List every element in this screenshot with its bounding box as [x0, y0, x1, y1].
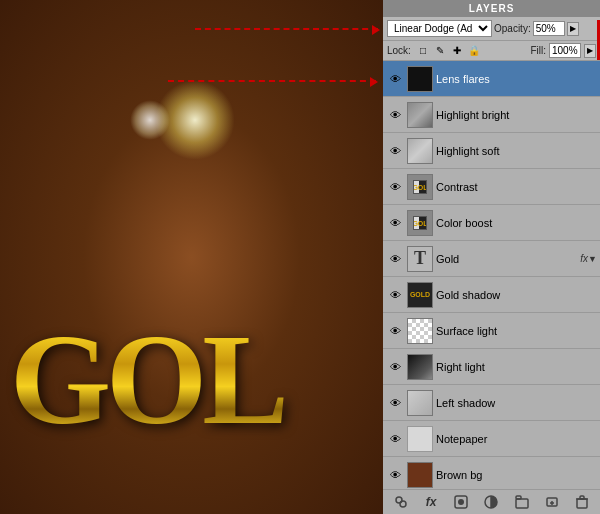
layer-thumbnail — [407, 390, 433, 416]
layer-item[interactable]: 👁 T Gold fx ▼ — [383, 241, 600, 277]
layer-thumbnail — [407, 138, 433, 164]
eye-icon[interactable]: 👁 — [386, 142, 404, 160]
arrow-line-1 — [195, 28, 378, 30]
layer-name: Surface light — [436, 325, 597, 337]
layer-item[interactable]: 👁 Lens flares — [383, 61, 600, 97]
layers-panel: LAYERS Linear Dodge (Add) Opacity: ▶ Loc… — [383, 0, 600, 514]
layer-item[interactable]: 👁 GOLD Contrast — [383, 169, 600, 205]
canvas-area: GOL — [0, 0, 383, 514]
eye-icon[interactable]: 👁 — [386, 358, 404, 376]
layer-name: Contrast — [436, 181, 597, 193]
layer-thumbnail — [407, 318, 433, 344]
layer-thumbnail — [407, 462, 433, 488]
layer-name: Highlight bright — [436, 109, 597, 121]
arrow-head-2 — [370, 77, 378, 87]
layer-item[interactable]: 👁 Notepaper — [383, 421, 600, 457]
eye-icon[interactable]: 👁 — [386, 394, 404, 412]
delete-layer-button[interactable] — [572, 493, 592, 511]
opacity-input[interactable] — [533, 21, 565, 36]
layer-name: Brown bg — [436, 469, 597, 481]
layer-name: Notepaper — [436, 433, 597, 445]
opacity-label: Opacity: — [494, 23, 531, 34]
lock-row: Lock: □ ✎ ✚ 🔒 Fill: ▶ — [383, 41, 600, 61]
eye-icon[interactable]: 👁 — [386, 106, 404, 124]
svg-rect-14 — [580, 496, 584, 499]
fill-input[interactable] — [549, 43, 581, 58]
layer-thumbnail: GOLD — [407, 282, 433, 308]
new-layer-button[interactable] — [542, 493, 562, 511]
eye-icon[interactable]: 👁 — [386, 250, 404, 268]
lock-label: Lock: — [387, 45, 411, 56]
layer-thumbnail: T — [407, 246, 433, 272]
link-layers-button[interactable] — [391, 493, 411, 511]
fx-arrow[interactable]: ▼ — [588, 254, 597, 264]
layer-thumbnail — [407, 66, 433, 92]
layer-item[interactable]: 👁 Highlight bright — [383, 97, 600, 133]
lens-flare-2 — [130, 100, 170, 140]
blend-mode-select[interactable]: Linear Dodge (Add) — [387, 20, 492, 37]
layer-item[interactable]: 👁 GOLD Color boost — [383, 205, 600, 241]
eye-icon[interactable]: 👁 — [386, 214, 404, 232]
eye-icon[interactable]: 👁 — [386, 286, 404, 304]
layer-thumbnail: GOLD — [407, 210, 433, 236]
lock-transparency-icon[interactable]: □ — [416, 44, 430, 58]
layer-name: Gold — [436, 253, 578, 265]
svg-rect-7 — [516, 499, 528, 508]
svg-rect-12 — [577, 499, 587, 508]
gold-text-layer: GOL — [10, 304, 284, 454]
eye-icon[interactable]: 👁 — [386, 466, 404, 484]
layer-thumbnail — [407, 354, 433, 380]
svg-point-4 — [458, 499, 464, 505]
opacity-arrow-btn[interactable]: ▶ — [567, 22, 579, 36]
layer-item[interactable]: 👁 Left shadow — [383, 385, 600, 421]
fill-label: Fill: — [530, 45, 546, 56]
lock-paint-icon[interactable]: ✎ — [433, 44, 447, 58]
eye-icon[interactable]: 👁 — [386, 70, 404, 88]
arrow-head-1 — [372, 25, 380, 35]
fx-label: fx — [580, 253, 588, 264]
layer-thumbnail — [407, 426, 433, 452]
layer-item[interactable]: 👁 Surface light — [383, 313, 600, 349]
eye-icon[interactable]: 👁 — [386, 178, 404, 196]
layer-name: Highlight soft — [436, 145, 597, 157]
layer-item[interactable]: 👁 GOLD Gold shadow — [383, 277, 600, 313]
layer-name: Gold shadow — [436, 289, 597, 301]
arrow-line-2 — [168, 80, 376, 82]
eye-icon[interactable]: 👁 — [386, 430, 404, 448]
svg-rect-8 — [516, 496, 521, 499]
layer-item[interactable]: 👁 Brown bg — [383, 457, 600, 489]
layer-thumbnail: GOLD — [407, 174, 433, 200]
layer-name: Lens flares — [436, 73, 597, 85]
add-mask-button[interactable] — [451, 493, 471, 511]
new-group-button[interactable] — [512, 493, 532, 511]
svg-point-1 — [400, 501, 406, 507]
layers-panel-title: LAYERS — [383, 0, 600, 17]
lock-move-icon[interactable]: ✚ — [450, 44, 464, 58]
blend-opacity-row: Linear Dodge (Add) Opacity: ▶ — [383, 17, 600, 41]
add-style-button[interactable]: fx — [421, 493, 441, 511]
layer-name: Right light — [436, 361, 597, 373]
layer-name: Left shadow — [436, 397, 597, 409]
new-adjustment-button[interactable] — [481, 493, 501, 511]
lock-all-icon[interactable]: 🔒 — [467, 44, 481, 58]
fill-arrow-btn[interactable]: ▶ — [584, 44, 596, 58]
eye-icon[interactable]: 👁 — [386, 322, 404, 340]
layer-name: Color boost — [436, 217, 597, 229]
layer-item[interactable]: 👁 Right light — [383, 349, 600, 385]
layer-thumbnail — [407, 102, 433, 128]
layers-bottom-toolbar: fx — [383, 489, 600, 514]
layers-list: 👁 Lens flares 👁 Highlight bright 👁 Highl… — [383, 61, 600, 489]
layer-item[interactable]: 👁 Highlight soft — [383, 133, 600, 169]
